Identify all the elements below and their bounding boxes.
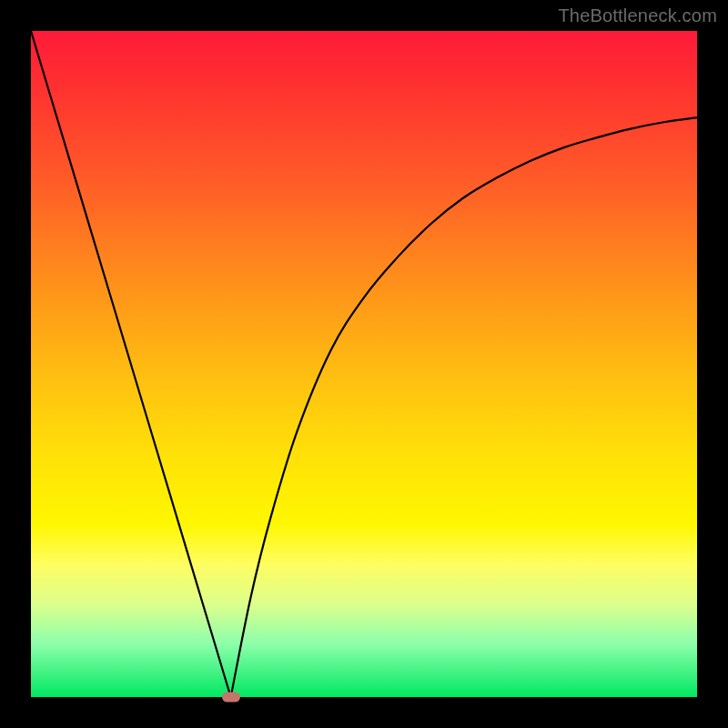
- plot-area: [31, 31, 697, 697]
- curve-left-branch: [31, 31, 231, 697]
- minimum-marker: [222, 693, 240, 703]
- bottleneck-curve: [31, 31, 697, 697]
- chart-frame: TheBottleneck.com: [0, 0, 728, 728]
- curve-right-branch: [231, 117, 697, 697]
- watermark-text: TheBottleneck.com: [558, 5, 717, 26]
